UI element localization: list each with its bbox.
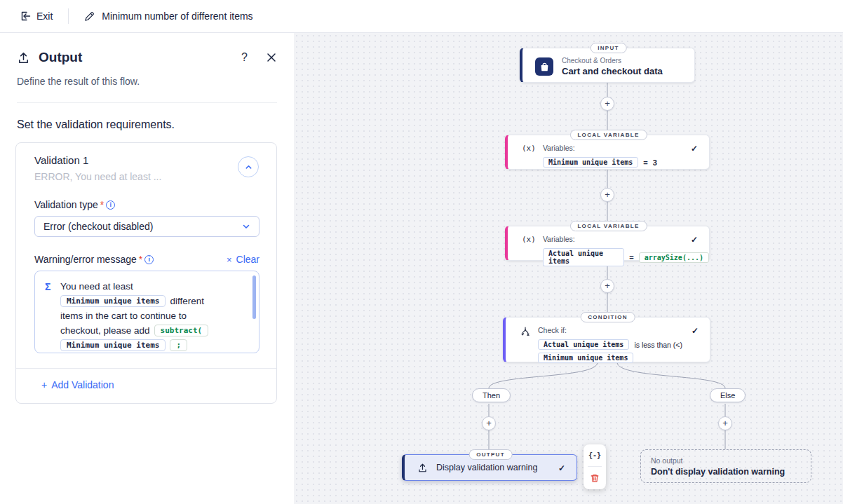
variable-chip: Minimum unique items [543, 157, 638, 168]
node-title: Display validation warning [436, 463, 538, 472]
formula-sigma-icon: Σ [45, 281, 56, 292]
condition-operator: is less than (<) [634, 341, 682, 349]
required-asterisk: * [100, 199, 104, 210]
node-badge: INPUT [590, 43, 627, 53]
no-output-label: No output [651, 456, 801, 465]
variable-chip[interactable]: Minimum unique items [60, 295, 166, 307]
top-bar: Exit Minimum number of different items [0, 0, 843, 33]
node-badge: CONDITION [580, 312, 635, 322]
panel-title: Output [39, 50, 82, 65]
section-heading: Set the validation requirements. [0, 103, 294, 131]
help-button[interactable]: ? [241, 51, 248, 64]
message-label: Warning/error message [34, 254, 137, 265]
add-step-button[interactable]: + [600, 188, 614, 202]
check-icon: ✓ [558, 463, 565, 473]
exit-label: Exit [36, 11, 53, 22]
flow-edges [294, 33, 843, 504]
flow-title: Minimum number of different items [102, 11, 252, 22]
info-icon[interactable]: i [106, 200, 115, 210]
variable-icon: (x) [522, 235, 536, 266]
code-icon: {-} [588, 451, 601, 459]
exit-icon [20, 11, 31, 22]
output-settings-panel: Output ? Define the result of this flow.… [0, 33, 294, 504]
add-validation-button[interactable]: + Add Validation [16, 369, 276, 403]
validation-card: Validation 1 ERROR, You need at least ..… [15, 142, 277, 404]
add-step-button[interactable]: + [600, 97, 614, 111]
variable-chip: Actual unique items [538, 339, 629, 350]
formula-chip: arraySize(...) [639, 252, 709, 263]
message-text: different [170, 296, 204, 306]
edit-title-icon[interactable] [84, 11, 95, 22]
clear-x-icon: × [227, 254, 232, 265]
validation-type-select[interactable]: Error (checkout disabled) [34, 216, 259, 237]
node-category: Checkout & Orders [562, 57, 663, 64]
info-icon[interactable]: i [144, 255, 154, 264]
variable-chip: Actual unique items [543, 248, 624, 266]
function-chip[interactable]: subtract( [154, 325, 209, 336]
message-scrollbar[interactable] [252, 275, 256, 319]
checkout-orders-icon [535, 57, 553, 76]
plus-icon: + [41, 379, 47, 390]
then-branch-pill[interactable]: Then [472, 388, 511, 402]
add-step-button[interactable]: + [718, 416, 732, 430]
add-step-button[interactable]: + [482, 416, 496, 430]
separator-chip[interactable]: ; [170, 339, 187, 351]
validation-type-value: Error (checkout disabled) [43, 221, 153, 232]
add-step-button[interactable]: + [600, 279, 614, 293]
collapse-validation-button[interactable] [238, 156, 259, 177]
chevron-down-icon [242, 222, 250, 231]
node-badge: LOCAL VARIABLE [569, 221, 647, 231]
node-label: Check if: [538, 326, 682, 334]
node-local-variable-1[interactable]: LOCAL VARIABLE (x) Variables: Minimum un… [505, 135, 710, 170]
check-icon: ✓ [691, 144, 698, 154]
node-condition[interactable]: CONDITION Check if: Actual unique items … [503, 317, 710, 362]
node-input[interactable]: INPUT Checkout & Orders Cart and checkou… [520, 48, 695, 83]
clipped-chip [192, 353, 209, 354]
topbar-divider [68, 8, 69, 24]
node-badge: LOCAL VARIABLE [569, 130, 647, 140]
message-text: You need at least [60, 281, 133, 292]
flow-canvas[interactable]: INPUT Checkout & Orders Cart and checkou… [294, 33, 843, 504]
node-badge: OUTPUT [468, 449, 513, 460]
validation-name: Validation 1 [34, 154, 259, 166]
clear-message-button[interactable]: × Clear [227, 254, 259, 265]
clipped-chip [60, 353, 188, 354]
variable-value: 3 [653, 158, 657, 167]
node-no-output[interactable]: No output Don't display validation warni… [640, 449, 811, 483]
close-panel-button[interactable] [266, 52, 277, 63]
node-label: Variables: [543, 235, 709, 243]
trash-icon [590, 473, 600, 483]
variable-chip[interactable]: Minimum unique items [60, 339, 166, 351]
no-output-text: Don't display validation warning [651, 467, 801, 477]
node-output[interactable]: OUTPUT Display validation warning ✓ [402, 454, 577, 481]
delete-node-button[interactable] [584, 467, 606, 489]
validation-preview: ERROR, You need at least ... [34, 171, 259, 182]
output-icon [417, 463, 428, 473]
node-label: Variables: [543, 144, 657, 152]
operator: = [643, 158, 647, 167]
exit-button[interactable]: Exit [20, 11, 53, 22]
panel-subtitle: Define the result of this flow. [17, 76, 277, 87]
check-icon: ✓ [692, 326, 699, 336]
clear-label: Clear [236, 254, 259, 265]
message-editor[interactable]: Σ You need at least Minimum unique items… [34, 271, 259, 353]
message-text: checkout, please add [60, 325, 150, 336]
add-validation-label: Add Validation [51, 379, 114, 390]
validation-type-label: Validation type [34, 199, 98, 210]
required-asterisk: * [139, 254, 142, 265]
branch-icon [520, 326, 531, 363]
code-button[interactable]: {-} [584, 444, 606, 466]
variable-icon: (x) [522, 144, 536, 168]
output-icon [17, 51, 30, 64]
message-text: items in the cart to continue to [60, 311, 187, 321]
check-icon: ✓ [691, 235, 698, 245]
operator: = [629, 253, 633, 261]
else-branch-pill[interactable]: Else [710, 388, 746, 402]
node-title: Cart and checkout data [562, 66, 663, 76]
node-toolbar: {-} [584, 444, 606, 489]
variable-chip: Minimum unique items [538, 353, 633, 363]
node-local-variable-2[interactable]: LOCAL VARIABLE (x) Variables: Actual uni… [505, 226, 710, 261]
